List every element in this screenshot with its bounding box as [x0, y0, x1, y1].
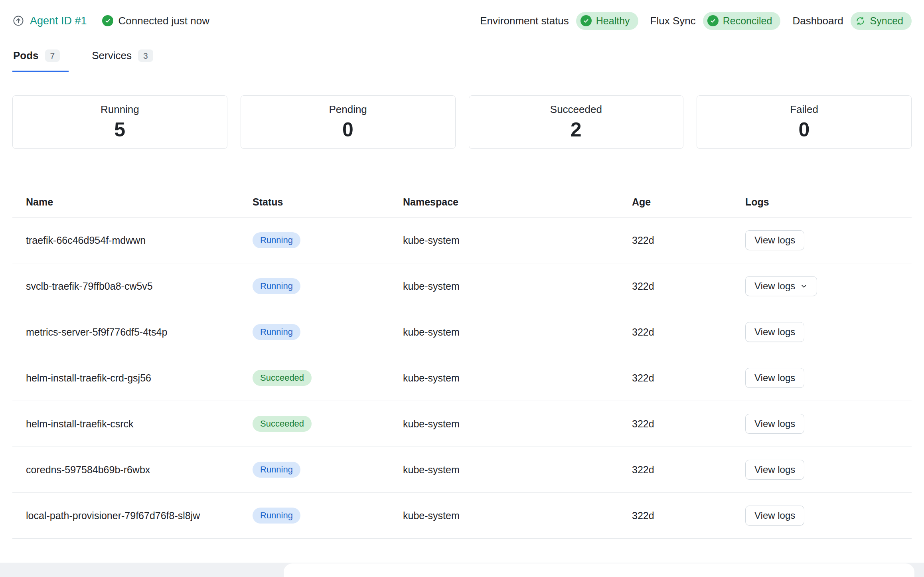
tab-label: Pods	[13, 49, 39, 62]
age-cell: 322d	[632, 418, 745, 430]
agent-id-link[interactable]: Agent ID #1	[12, 15, 87, 27]
table-row: helm-install-traefik-csrck Succeeded kub…	[12, 401, 912, 447]
column-header-age: Age	[632, 196, 745, 208]
connection-status: Connected just now	[102, 15, 209, 27]
status-badge-text: Synced	[870, 15, 903, 27]
status-pill: Running	[253, 278, 300, 294]
namespace-cell: kube-system	[403, 235, 632, 246]
pods-table: Name Status Namespace Age Logs traefik-6…	[12, 187, 912, 539]
view-logs-button[interactable]: View logs	[745, 230, 804, 250]
logs-cell: View logs	[745, 230, 912, 250]
pod-name: local-path-provisioner-79f67d76f8-sl8jw	[12, 509, 253, 522]
age-cell: 322d	[632, 326, 745, 338]
table-row: helm-install-traefik-crd-gsj56 Succeeded…	[12, 355, 912, 401]
table-row: metrics-server-5f9f776df5-4ts4p Running …	[12, 309, 912, 355]
topbar-left: Agent ID #1 Connected just now	[12, 15, 209, 27]
status-cell: Running	[253, 462, 403, 478]
environment-status-item: Flux Sync Reconciled	[650, 12, 781, 30]
view-logs-button[interactable]: View logs	[745, 506, 804, 526]
tabs: Pods 7 Services 3	[0, 49, 924, 72]
view-logs-label: View logs	[754, 235, 795, 246]
logs-cell: View logs	[745, 276, 912, 296]
namespace-cell: kube-system	[403, 418, 632, 430]
status-cell: Succeeded	[253, 416, 403, 432]
status-pill: Running	[253, 232, 300, 248]
view-logs-label: View logs	[754, 418, 795, 429]
stats-row: Running 5 Pending 0 Succeeded 2 Failed 0	[12, 95, 912, 149]
stat-value: 0	[798, 118, 809, 141]
table-row: traefik-66c46d954f-mdwwn Running kube-sy…	[12, 217, 912, 263]
header-status-group: Environment status Healthy Flux Sync	[480, 12, 912, 30]
tab-count-badge: 7	[45, 49, 60, 62]
namespace-cell: kube-system	[403, 326, 632, 338]
view-logs-label: View logs	[754, 510, 795, 521]
tab-label: Services	[92, 49, 132, 62]
status-badge: Healthy	[576, 12, 638, 30]
view-logs-label: View logs	[754, 464, 795, 475]
status-label: Dashboard	[792, 15, 843, 27]
check-circle-icon	[102, 15, 113, 26]
pod-name: svclb-traefik-79ffb0a8-cw5v5	[12, 280, 253, 293]
view-logs-button[interactable]: View logs	[745, 322, 804, 342]
tab-services[interactable]: Services 3	[91, 49, 162, 72]
stat-card: Running 5	[12, 95, 227, 149]
environment-status-item: Dashboard Synced	[792, 12, 912, 30]
tab-count-badge: 3	[138, 49, 153, 62]
status-pill: Succeeded	[253, 370, 312, 386]
view-logs-button[interactable]: View logs	[745, 460, 804, 480]
status-badge: Synced	[851, 12, 912, 30]
status-cell: Running	[253, 278, 403, 294]
status-label: Environment status	[480, 15, 569, 27]
table-row: local-path-provisioner-79f67d76f8-sl8jw …	[12, 493, 912, 539]
view-logs-button[interactable]: View logs	[745, 276, 817, 296]
pod-name: helm-install-traefik-csrck	[12, 417, 253, 431]
view-logs-button[interactable]: View logs	[745, 368, 804, 388]
view-logs-label: View logs	[754, 326, 795, 338]
view-logs-button[interactable]: View logs	[745, 414, 804, 434]
topbar: Agent ID #1 Connected just now Environme…	[0, 0, 924, 31]
logs-cell: View logs	[745, 414, 912, 434]
stat-label: Running	[101, 103, 139, 116]
column-header-logs: Logs	[745, 196, 912, 208]
pod-name: helm-install-traefik-crd-gsj56	[12, 371, 253, 385]
status-pill: Succeeded	[253, 416, 312, 432]
status-pill: Running	[253, 324, 300, 340]
view-logs-label: View logs	[754, 372, 795, 383]
view-logs-label: View logs	[754, 281, 795, 292]
column-header-name: Name	[12, 196, 253, 209]
age-cell: 322d	[632, 510, 745, 522]
stat-label: Failed	[790, 103, 818, 116]
stat-label: Succeeded	[550, 103, 602, 116]
pod-name: traefik-66c46d954f-mdwwn	[12, 234, 253, 247]
pod-name: coredns-597584b69b-r6wbx	[12, 463, 253, 476]
status-cell: Running	[253, 324, 403, 340]
stat-card: Failed 0	[697, 95, 912, 149]
column-header-status: Status	[253, 196, 403, 208]
agent-id-label: Agent ID #1	[30, 15, 87, 27]
status-cell: Succeeded	[253, 370, 403, 386]
status-badge-text: Healthy	[596, 15, 630, 27]
namespace-cell: kube-system	[403, 372, 632, 384]
logs-cell: View logs	[745, 368, 912, 388]
status-cell: Running	[253, 508, 403, 524]
chevron-down-icon	[800, 282, 808, 290]
status-badge-text: Reconciled	[723, 15, 772, 27]
tab-pods[interactable]: Pods 7	[12, 49, 69, 72]
agent-circle-up-icon	[12, 15, 24, 27]
age-cell: 322d	[632, 281, 745, 292]
status-pill: Running	[253, 462, 300, 478]
environment-status-item: Environment status Healthy	[480, 12, 638, 30]
namespace-cell: kube-system	[403, 464, 632, 476]
logs-cell: View logs	[745, 322, 912, 342]
pod-name: metrics-server-5f9f776df5-4ts4p	[12, 326, 253, 339]
stat-card: Succeeded 2	[469, 95, 684, 149]
connection-label: Connected just now	[118, 15, 209, 27]
stat-value: 5	[114, 118, 125, 141]
next-section-card-edge	[284, 563, 914, 577]
badge-sync-icon	[855, 16, 866, 26]
namespace-cell: kube-system	[403, 510, 632, 522]
table-row: coredns-597584b69b-r6wbx Running kube-sy…	[12, 447, 912, 493]
column-header-namespace: Namespace	[403, 196, 632, 208]
namespace-cell: kube-system	[403, 281, 632, 292]
status-label: Flux Sync	[650, 15, 696, 27]
